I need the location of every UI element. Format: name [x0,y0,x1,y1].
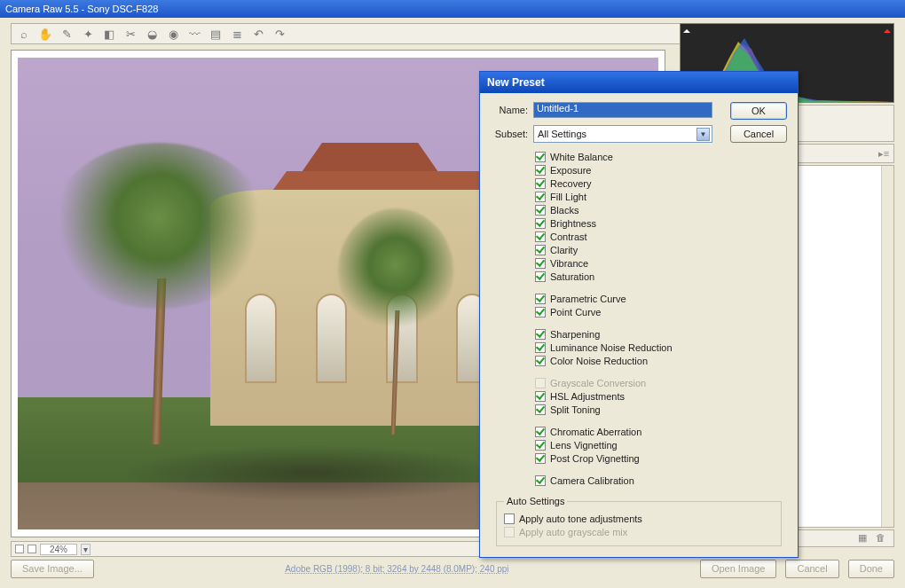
preset-option[interactable]: Contrast [535,230,787,243]
zoom-field[interactable]: 24% [40,544,77,555]
preset-option-label: Fill Light [550,192,586,202]
preset-option[interactable]: HSL Adjustments [535,389,787,403]
preset-option[interactable]: Lens Vignetting [535,438,787,451]
preset-option-label: Saturation [550,271,594,282]
preset-option-label: Luminance Noise Reduction [550,342,673,353]
zoom-out-icon[interactable] [15,545,24,553]
open-image-button[interactable]: Open Image [700,560,777,578]
preset-option[interactable]: Saturation [535,270,787,283]
checkbox-icon[interactable] [535,329,546,340]
preset-option-label: Camera Calibration [550,475,634,486]
done-button[interactable]: Done [848,560,894,578]
checkbox-icon[interactable] [535,152,546,162]
zoom-tool-icon[interactable]: ⌕ [17,27,31,41]
checkbox-icon[interactable] [535,231,546,242]
scrollbar[interactable] [881,166,893,527]
auto-settings-legend: Auto Settings [504,496,567,506]
spot-icon[interactable]: ◒ [145,27,159,41]
grad-filter-icon[interactable]: ▤ [209,27,223,41]
checkbox-icon[interactable] [535,245,546,255]
cancel-main-button[interactable]: Cancel [785,560,838,578]
name-input[interactable]: Untitled-1 [533,102,712,118]
checkbox-icon[interactable] [535,165,546,176]
chevron-down-icon[interactable]: ▼ [696,128,710,141]
subset-value: All Settings [538,129,586,139]
preset-option[interactable]: Post Crop Vignetting [535,451,787,465]
preset-option-label: Split Toning [550,404,601,415]
preset-option[interactable]: Vibrance [535,256,787,270]
adjust-brush-icon[interactable]: 〰 [187,27,201,41]
preset-option-label: Brightness [550,218,596,229]
ok-button[interactable]: OK [730,102,787,120]
auto-option[interactable]: Apply auto tone adjustments [504,512,774,525]
checkbox-icon [535,378,546,388]
preset-option[interactable]: White Balance [535,150,787,163]
checkbox-icon[interactable] [535,218,546,229]
prefs-icon[interactable]: ≣ [230,27,244,41]
preset-option[interactable]: Parametric Curve [535,292,787,305]
eyedropper-icon[interactable]: ✎ [59,27,74,41]
preset-option[interactable]: Color Noise Reduction [535,354,787,367]
subset-select[interactable]: All Settings ▼ [533,125,712,143]
zoom-in-icon[interactable] [28,545,36,553]
new-preset-dialog: New Preset OK Cancel Name: Untitled-1 Su… [479,71,799,558]
sampler-icon[interactable]: ✦ [81,27,95,41]
save-image-button[interactable]: Save Image... [11,560,94,578]
workflow-link[interactable]: Adobe RGB (1998); 8 bit; 3264 by 2448 (8… [285,564,508,574]
preset-option[interactable]: Camera Calibration [535,474,787,487]
redeye-icon[interactable]: ◉ [166,27,180,41]
rotate-ccw-icon[interactable]: ↶ [251,27,265,41]
preset-option[interactable]: Sharpening [535,327,787,341]
preset-option-label: Post Crop Vignetting [550,453,640,464]
zoom-dropdown-icon[interactable]: ▾ [81,544,90,555]
checkbox-icon[interactable] [535,427,546,437]
checkbox-icon[interactable] [535,356,546,366]
rotate-cw-icon[interactable]: ↷ [272,27,287,41]
checkbox-icon[interactable] [535,178,546,189]
preset-option[interactable]: Luminance Noise Reduction [535,341,787,354]
preset-option[interactable]: Chromatic Aberration [535,425,787,438]
checkbox-icon[interactable] [535,271,546,282]
preset-option[interactable]: Exposure [535,163,787,176]
subset-label: Subset: [491,129,528,139]
preset-option-label: White Balance [550,152,613,162]
preset-option[interactable]: Split Toning [535,403,787,416]
auto-settings-group: Auto Settings Apply auto tone adjustment… [496,496,782,546]
preset-option[interactable]: Brightness [535,216,787,230]
checkbox-icon[interactable] [535,391,546,402]
main-chrome: ⌕ ✋ ✎ ✦ ◧ ✂ ◒ ◉ 〰 ▤ ≣ ↶ ↷ Preview ⛶ [0,18,905,588]
preset-option[interactable]: Clarity [535,243,787,256]
checkbox-icon[interactable] [535,258,546,269]
name-label: Name: [491,105,528,115]
checkbox-icon[interactable] [535,404,546,415]
checkbox-icon[interactable] [535,192,546,202]
preset-option[interactable]: Point Curve [535,305,787,318]
checkbox-icon[interactable] [535,440,546,451]
checkbox-icon[interactable] [535,342,546,353]
tab-menu-icon[interactable]: ▸≡ [877,147,890,160]
crop-icon[interactable]: ◧ [102,27,116,41]
preset-option-label: Contrast [550,231,587,242]
preset-option-label: Blacks [550,205,578,216]
preset-option-label: Vibrance [550,258,588,269]
preset-option-label: Recovery [550,178,591,189]
checkbox-icon[interactable] [535,307,546,318]
checkbox-icon[interactable] [535,294,546,304]
checkbox-icon[interactable] [504,514,515,524]
dialog-titlebar[interactable]: New Preset [480,72,798,93]
hand-tool-icon[interactable]: ✋ [38,27,52,41]
straighten-icon[interactable]: ✂ [123,27,138,41]
delete-preset-icon[interactable]: 🗑 [876,532,888,545]
auto-option-label: Apply auto tone adjustments [519,514,642,524]
checkbox-icon[interactable] [535,475,546,486]
bottom-bar: Save Image... Adobe RGB (1998); 8 bit; 3… [11,556,894,581]
new-preset-icon[interactable]: ▦ [858,532,870,545]
checkbox-icon[interactable] [535,205,546,216]
auto-option: Apply auto grayscale mix [504,525,774,538]
preset-option[interactable]: Blacks [535,203,787,216]
preset-option[interactable]: Recovery [535,176,787,190]
preset-option-label: HSL Adjustments [550,391,625,402]
preset-option[interactable]: Fill Light [535,190,787,203]
checkbox-icon[interactable] [535,453,546,464]
cancel-button[interactable]: Cancel [730,125,787,143]
